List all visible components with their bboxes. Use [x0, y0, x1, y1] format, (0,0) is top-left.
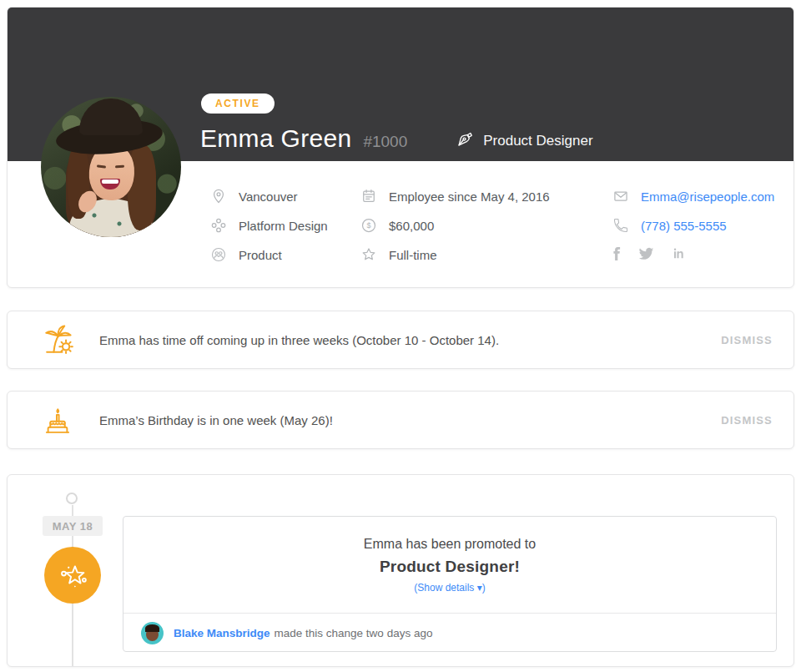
event-message-line1: Emma has been promoted to [364, 537, 536, 552]
promotion-event-card: Emma has been promoted to Product Design… [123, 516, 777, 652]
employee-avatar [41, 97, 181, 237]
employee-id: #1000 [363, 133, 407, 151]
team-value: Product [239, 248, 282, 262]
phone-icon [612, 216, 630, 235]
profile-header-card: ACTIVE Emma Green #1000 Product Designer [7, 7, 794, 288]
envelope-icon [612, 187, 630, 205]
pen-nib-icon [456, 130, 474, 153]
detail-employee-since: Employee since May 4, 2016 [360, 187, 612, 205]
author-line: Blake Mansbridge made this change two da… [174, 627, 432, 639]
phone-link[interactable]: (778) 555-5555 [641, 219, 727, 233]
dismiss-button[interactable]: DISMISS [721, 414, 773, 427]
star-icon [360, 245, 378, 264]
detail-team: Product [209, 245, 360, 264]
linkedin-icon[interactable] [672, 246, 686, 263]
social-links [612, 245, 774, 264]
author-avatar [141, 622, 164, 644]
status-badge: ACTIVE [201, 93, 275, 114]
job-title: Product Designer [483, 133, 592, 149]
calendar-icon [360, 187, 378, 205]
org-nodes-icon [209, 216, 228, 235]
author-suffix: made this change two days ago [275, 627, 433, 639]
employee-since-value: Employee since May 4, 2016 [389, 189, 550, 204]
event-footer: Blake Mansbridge made this change two da… [123, 614, 776, 652]
employment-type-value: Full-time [389, 248, 437, 262]
detail-phone: (778) 555-5555 [612, 216, 774, 235]
map-pin-icon [209, 187, 228, 205]
facebook-icon[interactable] [612, 246, 621, 264]
people-circle-icon [209, 245, 228, 264]
promotion-event-body: Emma has been promoted to Product Design… [123, 517, 776, 614]
location-value: Vancouver [239, 189, 298, 204]
profile-details-grid: Vancouver Employee since May 4, 2016 [209, 187, 774, 264]
show-details-toggle[interactable]: (Show details ▾) [414, 582, 485, 594]
job-title-group: Product Designer [456, 130, 592, 153]
timeline-card: MAY 18 Emma has been promoted to Product… [7, 474, 794, 667]
dismiss-button[interactable]: DISMISS [721, 334, 773, 346]
timeline-date-label: MAY 18 [43, 516, 103, 536]
name-row: Emma Green #1000 Product Designer [200, 124, 593, 153]
detail-department: Platform Design [209, 216, 360, 235]
promotion-star-burst-icon [44, 547, 101, 604]
detail-salary: $ $60,000 [360, 216, 612, 235]
email-link[interactable]: Emma@risepeople.com [641, 189, 774, 204]
detail-email: Emma@risepeople.com [612, 187, 774, 205]
detail-employment-type: Full-time [360, 245, 612, 264]
svg-text:$: $ [366, 221, 370, 230]
employee-profile-page: ACTIVE Emma Green #1000 Product Designer [0, 0, 801, 672]
notification-message: Emma has time off coming up in three wee… [99, 333, 499, 347]
twitter-icon[interactable] [638, 247, 654, 263]
author-name-link[interactable]: Blake Mansbridge [174, 627, 270, 639]
detail-location: Vancouver [209, 187, 360, 205]
notification-message: Emma’s Birthday is in one week (May 26)! [99, 413, 333, 427]
event-message-line2: Product Designer! [380, 558, 520, 576]
timeline-node [66, 493, 78, 504]
dollar-circle-icon: $ [360, 216, 378, 235]
employee-name: Emma Green [200, 124, 351, 153]
vacation-palm-sun-icon [38, 321, 77, 359]
birthday-notification-card: Emma’s Birthday is in one week (May 26)!… [7, 391, 794, 449]
salary-value: $60,000 [389, 219, 434, 233]
birthday-cake-icon [38, 401, 77, 439]
department-value: Platform Design [239, 219, 328, 233]
timeoff-notification-card: Emma has time off coming up in three wee… [7, 311, 794, 369]
